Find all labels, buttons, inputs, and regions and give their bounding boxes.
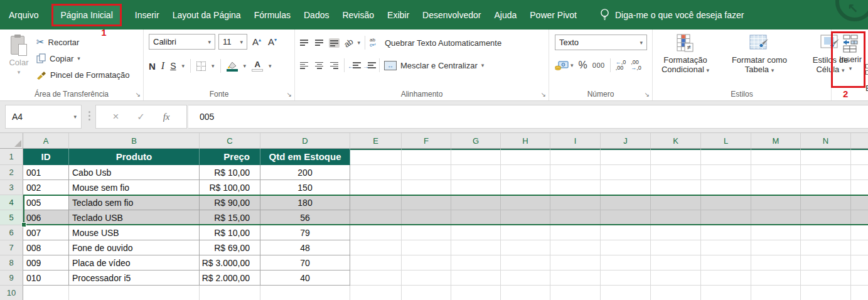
row-header-9[interactable]: 9 <box>0 271 23 286</box>
cell-C9[interactable]: R$ 2.000,00 <box>200 271 260 286</box>
row-header-8[interactable]: 8 <box>0 255 23 271</box>
cell-L1[interactable] <box>701 149 751 165</box>
cell-x6[interactable] <box>851 225 868 240</box>
cell-L8[interactable] <box>701 255 751 271</box>
row-header-6[interactable]: 6 <box>0 225 23 240</box>
underline-button[interactable]: S <box>170 61 176 71</box>
cell-G2[interactable] <box>451 165 501 180</box>
shrink-font-button[interactable]: A▾ <box>266 36 279 47</box>
cell-B9[interactable]: Processador i5 <box>69 271 200 286</box>
cell-D3[interactable]: 150 <box>260 180 350 195</box>
cell-B3[interactable]: Mouse sem fio <box>69 180 200 195</box>
cell-H1[interactable] <box>501 149 550 165</box>
cell-G7[interactable] <box>451 240 501 255</box>
tab-formulas[interactable]: Fórmulas <box>254 10 291 20</box>
borders-button[interactable] <box>196 62 206 71</box>
cell-A5[interactable]: 006 <box>23 210 69 225</box>
cell-M3[interactable] <box>751 180 801 195</box>
cell-K8[interactable] <box>651 255 701 271</box>
cell-H9[interactable] <box>501 271 550 286</box>
cell-x1[interactable] <box>851 149 868 165</box>
align-top-button[interactable] <box>299 38 309 48</box>
column-header-f[interactable]: F <box>402 133 451 149</box>
cell-G1[interactable] <box>451 149 501 165</box>
cell-J1[interactable] <box>601 149 651 165</box>
cell-L3[interactable] <box>701 180 751 195</box>
cell-D8[interactable]: 70 <box>260 255 350 271</box>
cell-E5[interactable] <box>350 210 402 225</box>
cell-D4[interactable]: 180 <box>260 195 350 210</box>
chevron-down-icon[interactable]: ▾ <box>182 63 185 69</box>
cell-J5[interactable] <box>601 210 651 225</box>
cell-D7[interactable]: 48 <box>260 240 350 255</box>
cell-I1[interactable] <box>550 149 601 165</box>
cell-D1[interactable]: Qtd em Estoque <box>260 149 350 165</box>
conditional-formatting-button[interactable]: ≠ Formatação Condicional ▾ <box>655 33 715 75</box>
cell-I7[interactable] <box>550 240 601 255</box>
column-header-g[interactable]: G <box>451 133 501 149</box>
cell-B4[interactable]: Teclado sem fio <box>69 195 200 210</box>
column-header-e[interactable]: E <box>350 133 402 149</box>
tab-layout-da-pagina[interactable]: Layout da Página <box>173 10 241 20</box>
align-center-button[interactable] <box>314 61 324 70</box>
chevron-down-icon[interactable]: ▾ <box>212 63 215 69</box>
cell-B1[interactable]: Produto <box>69 149 200 165</box>
column-header-k[interactable]: K <box>651 133 701 149</box>
cell-E10[interactable] <box>350 286 402 300</box>
cell-K1[interactable] <box>651 149 701 165</box>
comma-style-button[interactable]: 000 <box>592 62 605 69</box>
cell-E1[interactable] <box>350 149 402 165</box>
cell-I4[interactable] <box>550 195 601 210</box>
column-header-n[interactable]: N <box>801 133 851 149</box>
delete-button-partial[interactable]: E <box>865 64 868 93</box>
cell-F1[interactable] <box>402 149 451 165</box>
cell-E3[interactable] <box>350 180 402 195</box>
tell-me-box[interactable]: Diga-me o que você deseja fazer <box>600 8 744 21</box>
cell-B5[interactable]: Teclado USB <box>69 210 200 225</box>
format-as-table-button[interactable]: Formatar como Tabela ▾ <box>722 33 797 75</box>
cell-C6[interactable]: R$ 10,00 <box>200 225 260 240</box>
column-header-a[interactable]: A <box>23 133 69 149</box>
align-right-button[interactable] <box>329 61 340 70</box>
cell-C5[interactable]: R$ 15,00 <box>200 210 260 225</box>
cell-J9[interactable] <box>601 271 651 286</box>
cell-K10[interactable] <box>651 286 701 300</box>
cell-A10[interactable] <box>23 286 69 300</box>
cell-x7[interactable] <box>851 240 868 255</box>
column-header-h[interactable]: H <box>501 133 550 149</box>
cell-I5[interactable] <box>550 210 601 225</box>
cell-F4[interactable] <box>402 195 451 210</box>
chevron-down-icon[interactable]: ▾ <box>357 40 360 46</box>
column-header-c[interactable]: C <box>200 133 260 149</box>
cell-G6[interactable] <box>451 225 501 240</box>
decrease-decimal-button[interactable]: ,00 →,0 <box>631 60 641 71</box>
cell-C3[interactable]: R$ 100,00 <box>200 180 260 195</box>
cell-E9[interactable] <box>350 271 402 286</box>
cell-G5[interactable] <box>451 210 501 225</box>
cell-I8[interactable] <box>550 255 601 271</box>
tab-inserir[interactable]: Inserir <box>135 10 159 20</box>
cell-J3[interactable] <box>601 180 651 195</box>
cell-x4[interactable] <box>851 195 868 210</box>
cell-M1[interactable] <box>751 149 801 165</box>
cell-A3[interactable]: 002 <box>23 180 69 195</box>
cell-H5[interactable] <box>501 210 550 225</box>
column-header-d[interactable]: D <box>260 133 350 149</box>
italic-button[interactable]: I <box>161 60 164 72</box>
dialog-launcher-icon[interactable]: ↘ <box>136 91 141 98</box>
cell-G8[interactable] <box>451 255 501 271</box>
cell-G3[interactable] <box>451 180 501 195</box>
cell-K2[interactable] <box>651 165 701 180</box>
cell-N3[interactable] <box>801 180 851 195</box>
cell-B2[interactable]: Cabo Usb <box>69 165 200 180</box>
column-header-partial[interactable] <box>851 133 868 149</box>
align-bottom-button[interactable] <box>329 38 340 48</box>
cell-I9[interactable] <box>550 271 601 286</box>
cell-L10[interactable] <box>701 286 751 300</box>
cell-H4[interactable] <box>501 195 550 210</box>
increase-indent-button[interactable]: → <box>364 61 375 70</box>
cell-F7[interactable] <box>402 240 451 255</box>
percent-style-button[interactable]: % <box>579 60 587 71</box>
cell-L9[interactable] <box>701 271 751 286</box>
cell-N2[interactable] <box>801 165 851 180</box>
